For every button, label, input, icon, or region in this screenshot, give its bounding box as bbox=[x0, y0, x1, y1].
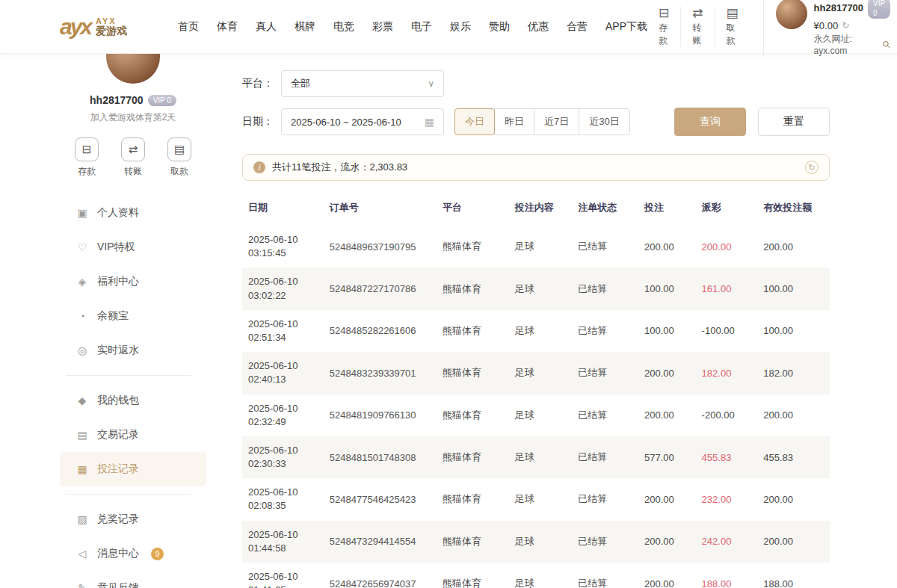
profile-icon: ▣ bbox=[75, 207, 90, 219]
sidebar-item-label: VIP特权 bbox=[97, 241, 135, 254]
main-nav: 首页体育真人棋牌电竞彩票电子娱乐赞助优惠合营APP下载 bbox=[178, 20, 647, 34]
bet-content: 足球 bbox=[509, 478, 573, 520]
bet-amount: 200.00 bbox=[638, 478, 696, 520]
bet-records-table: 日期订单号平台投注内容注单状态投注派彩有效投注额 2025-06-1003:15… bbox=[242, 190, 830, 588]
nav-item[interactable]: 体育 bbox=[217, 20, 238, 34]
sidebar-item-bet-records[interactable]: ▦投注记录 bbox=[60, 452, 206, 486]
refresh-icon[interactable]: ↻ bbox=[805, 161, 819, 174]
date-range-input[interactable]: 2025-06-10 ~ 2025-06-10 ▦ bbox=[281, 108, 444, 135]
bet-date: 2025-06-1002:30:33 bbox=[242, 436, 324, 478]
header-action-withdraw[interactable]: ▤取款 bbox=[715, 7, 750, 47]
bet-amount: 577.00 bbox=[638, 436, 696, 478]
bet-date: 2025-06-1002:51:34 bbox=[242, 310, 324, 352]
reset-button[interactable]: 重置 bbox=[758, 108, 830, 136]
nav-item[interactable]: 合营 bbox=[567, 20, 588, 34]
nav-item[interactable]: 娱乐 bbox=[450, 20, 471, 34]
refresh-balance-icon[interactable]: ↻ bbox=[842, 20, 849, 31]
sidebar-item-welfare[interactable]: ◈福利中心 bbox=[60, 264, 206, 299]
nav-item[interactable]: 棋牌 bbox=[295, 20, 315, 34]
table-body: 2025-06-1003:15:455248489637190795熊猫体育足球… bbox=[242, 226, 830, 588]
sidebar-item-transactions[interactable]: ▤交易记录 bbox=[60, 418, 206, 452]
sidebar-username: hh2817700 bbox=[90, 94, 144, 106]
column-header: 派彩 bbox=[696, 190, 758, 226]
search-button[interactable]: 查询 bbox=[674, 108, 746, 136]
chevron-down-icon: ∨ bbox=[428, 78, 434, 89]
nav-item[interactable]: 彩票 bbox=[372, 20, 393, 34]
bet-date: 2025-06-1002:08:35 bbox=[242, 478, 324, 520]
sidebar-item-label: 兑奖记录 bbox=[97, 513, 139, 526]
wallet-action-label: 取款 bbox=[170, 165, 188, 178]
platform-name: 熊猫体育 bbox=[437, 352, 509, 394]
wallet-action-deposit[interactable]: ⊟存款 bbox=[75, 137, 99, 178]
nav-item[interactable]: APP下载 bbox=[605, 20, 647, 34]
bet-content: 足球 bbox=[509, 226, 573, 267]
bet-records-icon: ▦ bbox=[75, 463, 90, 475]
column-header: 投注内容 bbox=[509, 190, 573, 226]
divider bbox=[66, 494, 191, 495]
search-icon[interactable] bbox=[882, 40, 890, 49]
logo[interactable]: ayx AYX 爱游戏 bbox=[60, 16, 158, 38]
quick-date-group: 今日昨日近7日近30日 bbox=[454, 108, 630, 135]
payout-amount: 242.00 bbox=[696, 521, 758, 563]
payout-amount: 455.83 bbox=[696, 436, 758, 478]
nav-item[interactable]: 电竞 bbox=[333, 20, 354, 34]
info-icon: i bbox=[253, 161, 265, 173]
bet-time-line: 02:40:13 bbox=[248, 373, 318, 386]
vip-badge: VIP 0 bbox=[868, 0, 890, 19]
sidebar-item-wallet[interactable]: ◆我的钱包 bbox=[60, 383, 206, 418]
header-action-deposit[interactable]: ⊟存款 bbox=[647, 7, 680, 47]
logo-name: 爱游戏 bbox=[96, 25, 127, 37]
transactions-icon: ▤ bbox=[75, 429, 90, 441]
withdraw-icon: ▤ bbox=[727, 7, 739, 19]
sidebar: hh2817700 VIP 0 加入爱游戏体育第2天 ⊟存款⇄转账▤取款 ▣个人… bbox=[60, 54, 206, 588]
order-number: 5248483239339701 bbox=[324, 352, 437, 394]
valid-bet-amount: 182.00 bbox=[757, 352, 830, 394]
date-filter-label: 日期： bbox=[242, 115, 281, 129]
header-action-transfer[interactable]: ⇄转账 bbox=[680, 7, 714, 47]
quick-date-button[interactable]: 近30日 bbox=[579, 108, 629, 135]
bet-date-line: 2025-06-10 bbox=[248, 444, 318, 457]
date-range-value: 2025-06-10 ~ 2025-06-10 bbox=[291, 117, 401, 128]
quick-date-button[interactable]: 今日 bbox=[454, 108, 495, 135]
wallet-action-withdraw[interactable]: ▤取款 bbox=[167, 137, 191, 178]
sidebar-item-label: 消息中心 bbox=[97, 547, 139, 560]
platform-name: 熊猫体育 bbox=[437, 310, 509, 352]
bet-amount: 200.00 bbox=[638, 352, 696, 394]
bet-time-line: 01:44:58 bbox=[248, 542, 318, 555]
bet-date: 2025-06-1001:44:58 bbox=[242, 521, 324, 563]
sidebar-item-prize[interactable]: ▨兑奖记录 bbox=[60, 502, 206, 536]
sidebar-item-vip[interactable]: ♡VIP特权 bbox=[60, 230, 206, 264]
site-url: 永久网址: ayx.com bbox=[814, 33, 879, 56]
sidebar-item-yuebao[interactable]: ◔余额宝 bbox=[60, 299, 206, 333]
payout-amount: -200.00 bbox=[696, 394, 758, 436]
user-avatar[interactable] bbox=[776, 0, 807, 29]
bet-date-line: 2025-06-10 bbox=[248, 570, 318, 584]
sidebar-item-feedback[interactable]: ✎意见反馈 bbox=[60, 571, 206, 588]
sidebar-item-messages[interactable]: ◁消息中心9 bbox=[60, 536, 206, 571]
table-head-row: 日期订单号平台投注内容注单状态投注派彩有效投注额 bbox=[242, 190, 830, 226]
platform-name: 熊猫体育 bbox=[437, 521, 509, 563]
nav-item[interactable]: 首页 bbox=[178, 20, 199, 34]
quick-date-button[interactable]: 近7日 bbox=[534, 108, 579, 135]
sidebar-item-profile[interactable]: ▣个人资料 bbox=[60, 196, 206, 230]
wallet-action-transfer[interactable]: ⇄转账 bbox=[121, 137, 145, 178]
bet-date-line: 2025-06-10 bbox=[248, 486, 318, 499]
nav-item[interactable]: 电子 bbox=[411, 20, 432, 34]
nav-item[interactable]: 优惠 bbox=[528, 20, 549, 34]
sidebar-item-rebate[interactable]: ◎实时返水 bbox=[60, 333, 206, 368]
wallet-icon: ◆ bbox=[75, 394, 90, 406]
bet-status: 已结算 bbox=[572, 226, 638, 267]
valid-bet-amount: 200.00 bbox=[757, 478, 830, 520]
platform-select[interactable]: 全部 ∨ bbox=[281, 70, 444, 97]
nav-item[interactable]: 赞助 bbox=[489, 20, 510, 34]
bet-content: 足球 bbox=[509, 267, 573, 309]
valid-bet-amount: 100.00 bbox=[757, 310, 830, 352]
header-action-label: 取款 bbox=[727, 22, 739, 47]
sidebar-item-label: 个人资料 bbox=[97, 206, 139, 220]
bet-status: 已结算 bbox=[572, 563, 638, 588]
table-row: 2025-06-1003:02:225248487227170786熊猫体育足球… bbox=[242, 267, 830, 309]
gift-icon: ◈ bbox=[75, 276, 90, 288]
bet-time-line: 01:41:25 bbox=[248, 584, 318, 588]
quick-date-button[interactable]: 昨日 bbox=[494, 108, 534, 135]
nav-item[interactable]: 真人 bbox=[256, 20, 277, 34]
